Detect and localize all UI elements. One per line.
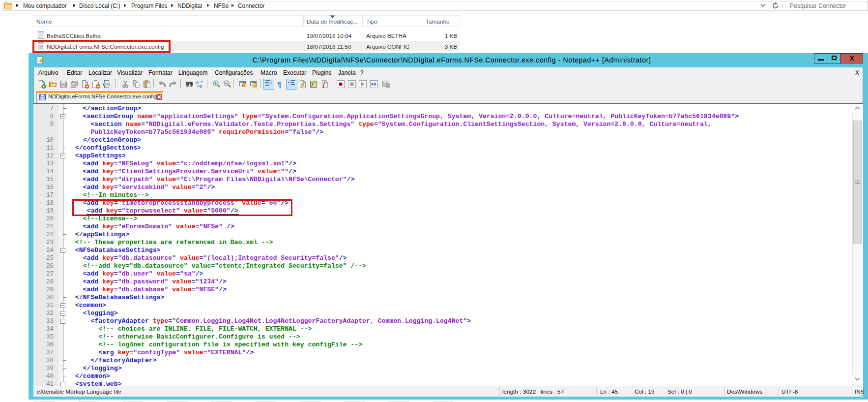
svg-text:b: b [196,80,199,85]
svg-text:a: a [200,83,202,89]
svg-text:¶: ¶ [277,80,281,89]
